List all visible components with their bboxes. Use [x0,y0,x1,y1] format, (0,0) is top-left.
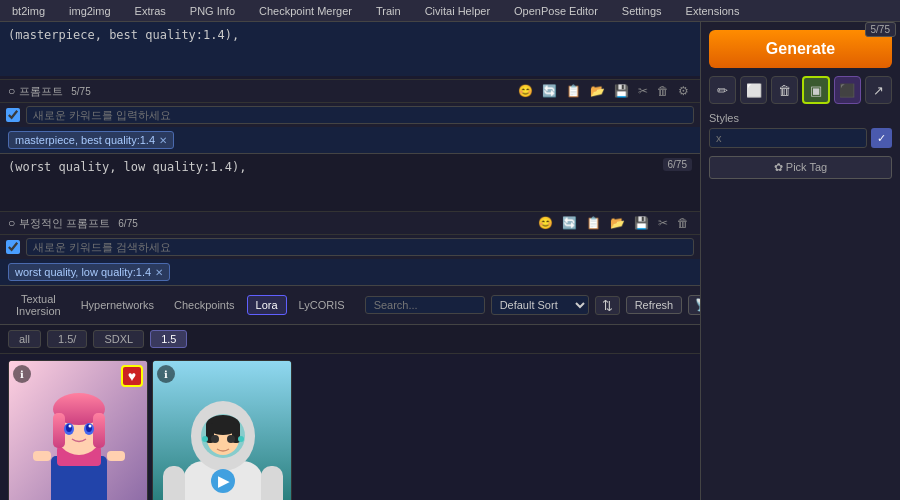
negative-prompt-count: 6/75 [118,218,137,229]
positive-icon-btn-6[interactable]: ✂ [635,83,651,99]
tool-purple-btn[interactable]: ⬛ [834,76,861,104]
card-1-add-btn[interactable]: ♥ [121,365,143,387]
lora-nav: Textual Inversion Hypernetworks Checkpoi… [0,286,700,325]
menu-openpose-editor[interactable]: OpenPose Editor [510,3,602,19]
tool-arrow-btn[interactable]: ↗ [865,76,892,104]
tool-trash-btn[interactable]: 🗑 [771,76,798,104]
positive-prompt-label: 프롬프트 [19,84,63,99]
tab-lycoris[interactable]: LyCORIS [291,296,353,314]
negative-prompt-section: 6/75 (worst quality, low quality:1.4), ○… [0,154,700,286]
positive-icon-btn-7[interactable]: 🗑 [654,83,672,99]
lora-grid: ℹ ♥ [0,354,700,500]
menu-extras[interactable]: Extras [131,3,170,19]
negative-icon-btn-4[interactable]: 📂 [607,215,628,231]
svg-point-26 [227,435,235,443]
filter-row: all 1.5/ SDXL 1.5 [0,325,700,354]
sort-direction-btn[interactable]: ⇅ [595,296,620,315]
tool-square-btn[interactable]: ⬜ [740,76,767,104]
negative-icon-btn-3[interactable]: 📋 [583,215,604,231]
menu-img2img[interactable]: img2img [65,3,115,19]
positive-prompt-textarea[interactable]: (masterpiece, best quality:1.4), [0,22,700,76]
negative-icon-btn-7[interactable]: 🗑 [674,215,692,231]
positive-icon-btn-1[interactable]: 😊 [515,83,536,99]
lora-card-anime[interactable]: ℹ ♥ [8,360,148,500]
svg-point-28 [238,436,244,442]
negative-icon-btn-2[interactable]: 🔄 [559,215,580,231]
main-layout: (masterpiece, best quality:1.4), ○ 프롬프트 … [0,22,900,500]
refresh-btn[interactable]: Refresh [626,296,683,314]
tool-pencil-btn[interactable]: ✏ [709,76,736,104]
positive-token-tag: masterpiece, best quality:1.4 ✕ [8,131,174,149]
positive-tag-input[interactable] [26,106,694,124]
lora-search-row: Default SortNameDate ModifiedDate Create… [365,295,700,315]
tool-active-green-btn[interactable]: ▣ [802,76,829,104]
sort-select[interactable]: Default SortNameDate ModifiedDate Create… [491,295,589,315]
filter-15slash[interactable]: 1.5/ [47,330,87,348]
negative-icon-btn-5[interactable]: 💾 [631,215,652,231]
styles-input-row: ✓ [709,128,892,148]
card-1-overlay: ℹ ♥ [13,365,143,387]
svg-point-27 [202,436,208,442]
negative-prompt-top-counter: 6/75 [663,158,692,171]
positive-prompt-count: 5/75 [71,86,90,97]
styles-input[interactable] [709,128,867,148]
tab-hypernetworks[interactable]: Hypernetworks [73,296,162,314]
tab-checkpoints[interactable]: Checkpoints [166,296,243,314]
positive-token-close[interactable]: ✕ [159,135,167,146]
scan-btn[interactable]: 📡 [688,295,700,315]
svg-point-12 [89,425,92,428]
filter-all[interactable]: all [8,330,41,348]
svg-rect-6 [93,413,105,448]
negative-token-tag: worst quality, low quality:1.4 ✕ [8,263,170,281]
generate-btn-wrap: 5/75 Generate [709,30,892,68]
svg-point-25 [211,435,219,443]
svg-rect-15 [33,451,51,461]
menu-checkpoint-merger[interactable]: Checkpoint Merger [255,3,356,19]
lora-section: Textual Inversion Hypernetworks Checkpoi… [0,286,700,500]
svg-rect-32 [261,466,283,500]
positive-token-area: masterpiece, best quality:1.4 ✕ [0,127,700,153]
negative-prompt-label: 부정적인 프롬프트 [19,216,110,231]
negative-prompt-header: ○ 부정적인 프롬프트 6/75 😊 🔄 📋 📂 💾 ✂ 🗑 [0,211,700,235]
positive-prompt-checkbox[interactable] [6,108,20,122]
styles-apply-btn[interactable]: ✓ [871,128,892,148]
positive-icon-btn-4[interactable]: 📂 [587,83,608,99]
menu-settings[interactable]: Settings [618,3,666,19]
menu-civitai-helper[interactable]: Civitai Helper [421,3,494,19]
menu-train[interactable]: Train [372,3,405,19]
pick-tag-btn[interactable]: ✿ Pick Tag [709,156,892,179]
tool-row: ✏ ⬜ 🗑 ▣ ⬛ ↗ [709,76,892,104]
menu-extensions[interactable]: Extensions [682,3,744,19]
svg-text:▶: ▶ [218,473,230,489]
negative-prompt-checkbox[interactable] [6,240,20,254]
menu-bt2img[interactable]: bt2img [8,3,49,19]
svg-point-11 [69,425,72,428]
positive-prompt-header: ○ 프롬프트 5/75 😊 🔄 📋 📂 💾 ✂ 🗑 ⚙ [0,79,700,103]
menu-bar: bt2img img2img Extras PNG Info Checkpoin… [0,0,900,22]
tab-textual-inversion[interactable]: Textual Inversion [8,290,69,320]
negative-token-close[interactable]: ✕ [155,267,163,278]
negative-prompt-input-row [0,235,700,259]
lora-search-input[interactable] [365,296,485,314]
styles-label: Styles [709,112,892,124]
svg-rect-31 [163,466,185,500]
negative-tag-input[interactable] [26,238,694,256]
svg-rect-5 [53,413,65,448]
filter-sdxl[interactable]: SDXL [93,330,144,348]
lora-card-astronaut[interactable]: ▶ ℹ [152,360,292,500]
positive-icon-btn-8[interactable]: ⚙ [675,83,692,99]
styles-section: Styles ✓ [709,112,892,148]
negative-icon-btn-1[interactable]: 😊 [535,215,556,231]
negative-icon-btn-6[interactable]: ✂ [655,215,671,231]
right-panel: 5/75 Generate ✏ ⬜ 🗑 ▣ ⬛ ↗ Styles ✓ ✿ Pic… [700,22,900,500]
positive-icon-btn-2[interactable]: 🔄 [539,83,560,99]
positive-icon-btn-5[interactable]: 💾 [611,83,632,99]
card-2-overlay: ℹ [157,365,287,383]
filter-15[interactable]: 1.5 [150,330,187,348]
negative-prompt-textarea[interactable]: (worst quality, low quality:1.4), [0,154,700,208]
card-2-info-btn[interactable]: ℹ [157,365,175,383]
menu-png-info[interactable]: PNG Info [186,3,239,19]
card-1-info-btn[interactable]: ℹ [13,365,31,383]
tab-lora[interactable]: Lora [247,295,287,315]
positive-icon-btn-3[interactable]: 📋 [563,83,584,99]
